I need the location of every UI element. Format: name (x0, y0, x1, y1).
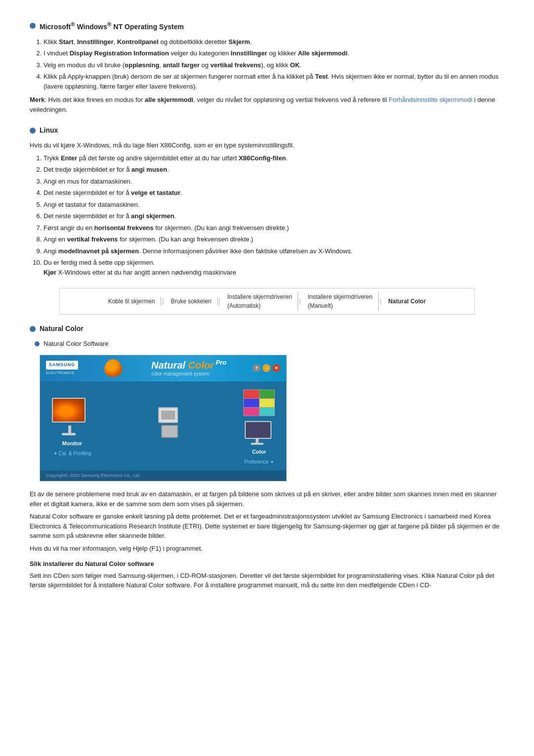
linux-step-4: Det neste skjermbildet er for å velge et… (44, 188, 504, 198)
linux-intro: Hvis du vil kjøre X-Windows, må du lage … (30, 141, 504, 150)
linux-step-9: Angi modellnavnet på skjermen. Denne inf… (44, 246, 504, 256)
navigation-bar: Koble til skjermen | Bruke sokkelen | In… (59, 288, 475, 315)
color-sublabel: Preference ✦ (244, 458, 274, 466)
description-3: Hvis du vil ha mer informasjon, velg Hje… (30, 544, 504, 554)
install-text: Sett inn CDen som følger med Samsung-skj… (30, 571, 504, 590)
close-button[interactable]: ✕ (272, 364, 280, 372)
monitor-base (62, 433, 76, 435)
linux-step-6: Det neste skjermbildet er for å angi skj… (44, 211, 504, 221)
linux-step-1: Trykk Enter på det første og andre skjer… (44, 153, 504, 163)
app-footer: Copyright© 2003 Samsung Electronics Co.,… (40, 471, 286, 481)
copyright-text: Copyright© 2003 Samsung Electronics Co.,… (46, 473, 139, 478)
step-2: I vinduet Display Registration Informati… (44, 48, 504, 58)
windows-section: Microsoft® Windows® NT Operating System … (30, 20, 504, 114)
monitor-screen (52, 398, 86, 423)
linux-section: Linux Hvis du vil kjøre X-Windows, må du… (30, 125, 504, 277)
title-natural: Natural (151, 359, 188, 370)
natural-color-bullet (30, 326, 36, 332)
windows-header: Microsoft® Windows® NT Operating System (30, 20, 504, 32)
title-pro: Pro (214, 359, 226, 366)
nav-install-manual[interactable]: Installere skjermdriveren(Manuelt) (302, 292, 379, 310)
sunflower-image (53, 399, 85, 422)
windows-note: Merk: Hvis det ikke finnes en modus for … (30, 95, 504, 114)
natural-color-header: Natural Color (30, 324, 504, 334)
bullet-icon (30, 23, 36, 29)
software-bullet (35, 341, 40, 346)
minimize-button[interactable]: − (263, 364, 270, 372)
natural-color-software-header: Natural Color Software (35, 339, 504, 349)
app-title-sub: color management system (151, 370, 226, 378)
nav-socket[interactable]: Bruke sokkelen (165, 297, 218, 306)
samsung-logo-wrap: SAMSUNG ELECTRONICS (46, 361, 78, 376)
natural-color-software-title: Natural Color Software (44, 339, 109, 349)
description-1: Et av de senere problemene med bruk av e… (30, 489, 504, 509)
linux-steps: Trykk Enter på det første og andre skjer… (44, 153, 504, 278)
app-title-block: Natural Color Pro color management syste… (151, 359, 226, 378)
window-controls: ? − ✕ (253, 364, 280, 372)
linux-title: Linux (40, 125, 58, 136)
color-cell-red (244, 390, 259, 398)
install-title: Slik installerer du Natural Color softwa… (30, 559, 504, 569)
color-section: Color Preference ✦ (242, 389, 276, 466)
linux-header: Linux (30, 125, 504, 136)
monitor-label: Monitor (62, 439, 82, 448)
color-label: Color (252, 448, 267, 456)
right-icons-wrap (158, 407, 178, 438)
natural-color-title: Natural Color (40, 324, 84, 334)
color-monitor-base (251, 443, 264, 445)
color-monitor-wrap (242, 421, 276, 446)
software-screenshot: SAMSUNG ELECTRONICS Natural Color Pro co… (40, 355, 287, 482)
step-4: Klikk på Apply-knappen (bruk) dersom de … (44, 72, 504, 91)
help-button[interactable]: ? (253, 364, 261, 372)
samsung-sub: ELECTRONICS (46, 370, 78, 376)
color-grid (243, 389, 275, 416)
nav-natural-color[interactable]: Natural Color (382, 297, 432, 306)
samsung-logo: SAMSUNG (46, 361, 78, 370)
step-3: Velg en modus du vil bruke (oppløsning, … (44, 60, 504, 70)
linux-step-8: Angi en vertikal frekvens for skjermen. … (44, 235, 504, 244)
app-body: Monitor ✦ Cal. & Profiling (40, 381, 286, 471)
color-cell-blue (244, 399, 259, 407)
natural-color-section: Natural Color Natural Color Software SAM… (30, 324, 504, 590)
nav-connect[interactable]: Koble til skjermen (102, 297, 162, 306)
color-cell-yellow (260, 399, 275, 407)
color-monitor-screen (245, 421, 271, 439)
windows-title: Microsoft® Windows® NT Operating System (40, 20, 184, 32)
linux-step-2: Det tredje skjermbildet er for å angi mu… (44, 165, 504, 175)
color-cell-pink (244, 408, 259, 416)
title-color: Color (188, 359, 214, 370)
linux-step-7: Først angir du en horisontal frekvens fo… (44, 223, 504, 233)
description-2: Natural Color software er ganske enkelt … (30, 512, 504, 541)
forhands-link[interactable]: Forhåndsinnstilte skjermmodi (389, 96, 472, 103)
linux-bullet-icon (30, 128, 36, 134)
monitor-icon-1 (158, 407, 178, 423)
monitor-sublabel: ✦ Cal. & Profiling (53, 450, 91, 457)
color-cell-cyan (260, 408, 275, 416)
monitor-image-wrap (50, 398, 94, 437)
monitor-section: Monitor ✦ Cal. & Profiling (50, 398, 94, 457)
monitor-stand (68, 425, 71, 433)
np-logo-icon (104, 359, 122, 377)
windows-steps: Klikk Start, Innstillinger, Kontrollpane… (44, 37, 504, 92)
app-header: SAMSUNG ELECTRONICS Natural Color Pro co… (40, 355, 286, 382)
step-1: Klikk Start, Innstillinger, Kontrollpane… (44, 37, 504, 47)
color-cell-green (260, 390, 275, 398)
app-title-main: Natural Color Pro (151, 359, 226, 371)
linux-step-10: Du er ferdig med å sette opp skjermen.Kj… (44, 258, 504, 277)
nav-install-auto[interactable]: Installere skjermdriveren(Automatisk) (222, 292, 299, 310)
linux-step-3: Angi en mus for datamaskinen. (44, 177, 504, 187)
linux-step-5: Angi et tastatur for datamaskinen. (44, 200, 504, 210)
monitor-icon-2 (161, 425, 178, 438)
